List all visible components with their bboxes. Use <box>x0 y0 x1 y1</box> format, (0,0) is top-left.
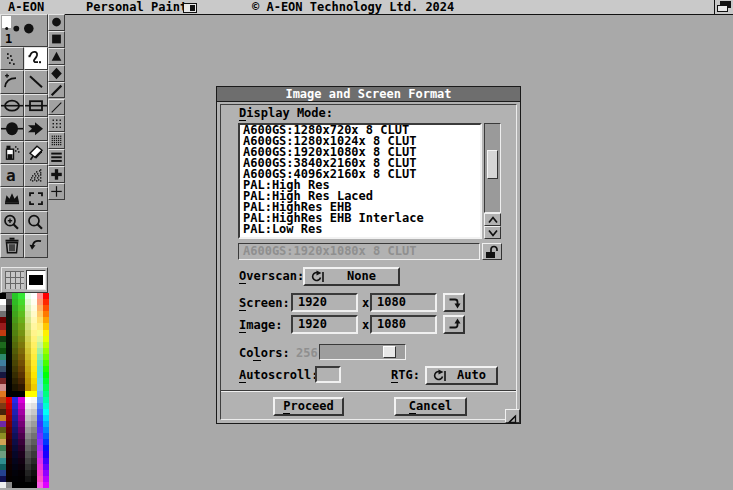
colors-slider[interactable] <box>319 344 406 360</box>
svg-text:a: a <box>6 166 16 185</box>
dotted-freehand-tool[interactable] <box>0 47 24 70</box>
display-mode-scrollbar <box>484 123 501 239</box>
scroll-down-button[interactable] <box>484 226 501 239</box>
scroll-up-button[interactable] <box>484 213 501 226</box>
airbrush-tool[interactable] <box>24 164 48 187</box>
ellipse-tool[interactable] <box>0 94 24 117</box>
menu-bar: A-EON Personal Paint © A-EON Technology … <box>0 0 733 15</box>
continuous-freehand-tool[interactable] <box>24 47 48 70</box>
filled-circle-shape[interactable] <box>48 14 65 31</box>
menu-title[interactable]: Personal Paint <box>86 0 187 14</box>
overscan-label: Overscan: <box>239 270 304 283</box>
filled-ellipse-tool[interactable] <box>0 117 24 140</box>
resize-corner-icon <box>506 410 519 429</box>
color-palette <box>0 293 49 488</box>
trash-tool[interactable] <box>0 234 24 257</box>
button-divider <box>221 390 516 392</box>
brush-number: 1 <box>5 33 12 46</box>
resize-gadget[interactable] <box>505 409 520 423</box>
select-frame-tool[interactable] <box>24 187 48 210</box>
rtg-value: Auto <box>447 368 496 383</box>
brush-crown-tool[interactable] <box>0 187 24 210</box>
colors-slider-knob[interactable] <box>383 346 396 358</box>
curve-tool[interactable] <box>0 70 24 93</box>
filled-diamond-shape[interactable] <box>48 65 65 82</box>
display-mode-label: Display Mode: <box>239 107 333 120</box>
cancel-button[interactable]: Cancel <box>394 397 467 416</box>
outline-plus-shape[interactable] <box>48 183 65 200</box>
hlines-pattern[interactable] <box>48 149 65 166</box>
fill-tool[interactable] <box>24 141 48 164</box>
polygon-tool[interactable] <box>24 117 48 140</box>
filled-square-shape[interactable] <box>48 31 65 48</box>
scrollbar-thumb[interactable] <box>487 150 498 179</box>
magnify-plus-tool[interactable] <box>0 211 24 234</box>
proceed-button[interactable]: Proceed <box>273 397 344 416</box>
screen-times: x <box>362 297 369 310</box>
thin-line-shape[interactable] <box>48 99 65 116</box>
overscan-value: None <box>325 269 398 284</box>
rtg-label: RTG: <box>391 369 420 382</box>
image-label: Image: <box>239 319 282 332</box>
transparent-pattern-swatch <box>5 271 24 289</box>
colors-label: Colors: <box>239 347 290 360</box>
overscan-cycle[interactable]: None <box>303 267 400 286</box>
menu-app-name[interactable]: A-EON <box>8 0 44 14</box>
image-times: x <box>362 319 369 332</box>
image-height-field[interactable]: 1080 <box>370 315 437 334</box>
palette-color[interactable] <box>43 482 49 488</box>
screen-label: Screen: <box>239 297 290 310</box>
image-width-field[interactable]: 1920 <box>291 315 358 334</box>
sparse-grid-pattern[interactable] <box>48 115 65 132</box>
display-mode-list[interactable]: A600GS:1280x720x 8 CLUTA600GS:1280x1024x… <box>238 123 482 239</box>
screen-depth-gadget[interactable] <box>714 0 733 14</box>
filled-triangle-shape[interactable] <box>48 48 65 65</box>
selected-mode-field[interactable]: A600GS:1920x1080x 8 CLUT <box>238 243 480 260</box>
dense-grid-pattern[interactable] <box>48 132 65 149</box>
unlock-icon <box>483 244 501 263</box>
colors-value: 256 <box>296 347 318 360</box>
filled-plus-shape[interactable] <box>48 166 65 183</box>
text-tool[interactable]: a <box>0 164 24 187</box>
copy-screen-to-image-button[interactable] <box>443 293 465 312</box>
cycle-icon <box>430 369 447 383</box>
screen-width-field[interactable]: 1920 <box>291 293 358 312</box>
rectangle-tool[interactable] <box>24 94 48 117</box>
foreground-color-swatch <box>29 275 43 285</box>
current-color-indicator[interactable] <box>1 267 48 293</box>
undo-tool[interactable] <box>24 234 48 257</box>
dialog-title[interactable]: Image and Screen Format <box>217 87 520 102</box>
spray-can-tool[interactable] <box>0 141 24 164</box>
menu-copyright: © A-EON Technology Ltd. 2024 <box>252 0 454 14</box>
cycle-icon <box>308 270 325 284</box>
color-well <box>26 270 46 290</box>
magnify-tool[interactable] <box>24 211 48 234</box>
line-tool[interactable] <box>24 70 48 93</box>
thick-line-shape[interactable] <box>48 82 65 99</box>
lock-button[interactable] <box>482 243 502 260</box>
tool-palette: 1 a <box>0 14 66 262</box>
autoscroll-checkbox[interactable] <box>315 366 341 383</box>
scrollbar-track[interactable] <box>484 123 501 213</box>
copy-image-to-screen-button[interactable] <box>443 315 465 334</box>
image-screen-format-dialog: Image and Screen Format Display Mode: A6… <box>216 86 521 424</box>
rtg-cycle[interactable]: Auto <box>425 366 498 385</box>
autoscroll-label: Autoscroll: <box>239 369 319 382</box>
display-mode-item[interactable]: PAL:Low Res <box>240 224 480 235</box>
brush-size-selector[interactable]: 1 <box>0 14 48 47</box>
window-menu-icon <box>183 2 197 12</box>
screen-height-field[interactable]: 1080 <box>370 293 437 312</box>
